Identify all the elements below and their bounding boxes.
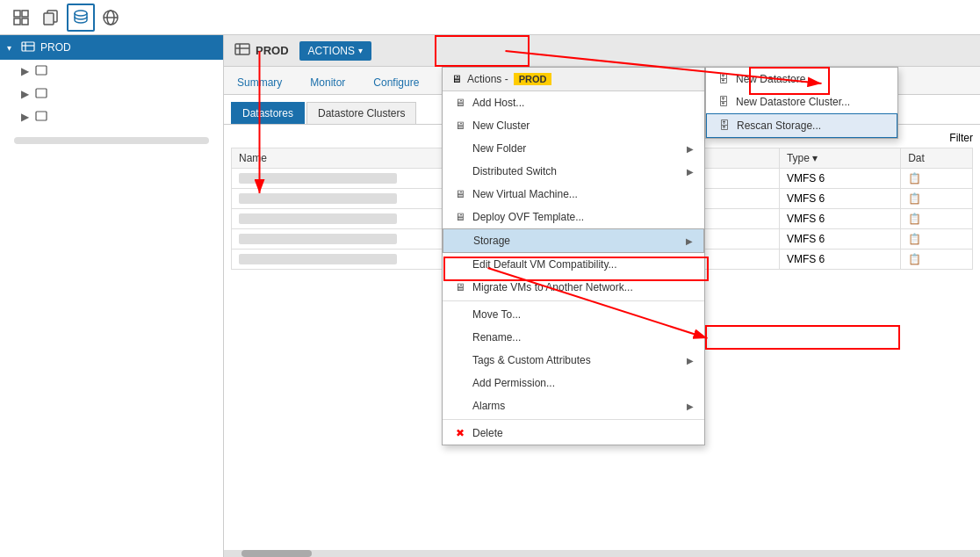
svg-rect-0 [14, 11, 20, 17]
menu-item-dist-switch[interactable]: Distributed Switch ▶ [443, 160, 704, 183]
submenu-item-new-datastore-cluster[interactable]: 🗄 New Datastore Cluster... [706, 90, 897, 113]
svg-rect-15 [36, 112, 47, 120]
subtab-datastore-clusters[interactable]: Datastore Clusters [306, 102, 416, 124]
col-type[interactable]: Type ▾ [779, 148, 900, 169]
tab-configure[interactable]: Configure [360, 70, 432, 94]
submenu-item-new-datastore[interactable]: 🗄 New Datastore... [706, 68, 897, 90]
menu-item-storage[interactable]: Storage ▶ [443, 228, 704, 253]
expand-sub-icon-2: ▶ [21, 88, 35, 100]
actions-button[interactable]: ACTIONS ▾ [299, 41, 371, 61]
menu-header-badge: PROD [514, 73, 552, 85]
sidebar-scrollbar[interactable] [14, 137, 209, 144]
menu-item-tags[interactable]: Tags & Custom Attributes ▶ [443, 349, 704, 372]
menu-item-label-dist-switch: Distributed Switch [472, 165, 557, 177]
cell-type-5: VMFS 6 [779, 250, 900, 270]
sidebar-scroll-area [0, 128, 223, 148]
new-datastore-cluster-icon: 🗄 [717, 96, 731, 108]
copy-icon[interactable] [37, 4, 65, 32]
submenu-arrow-folder: ▶ [687, 144, 694, 154]
obj-datacenter-icon [234, 41, 250, 60]
menu-item-deploy-ovf[interactable]: 🖥 Deploy OVF Template... [443, 206, 704, 228]
menu-item-move-to[interactable]: Move To... [443, 303, 704, 326]
submenu-label-new-datastore: New Datastore... [736, 73, 814, 85]
annotation-box-rescan [705, 325, 900, 350]
menu-item-add-host[interactable]: 🖥 Add Host... [443, 91, 704, 114]
actions-arrow-icon: ▾ [358, 46, 363, 55]
menu-item-new-cluster[interactable]: 🖥 New Cluster [443, 114, 704, 137]
datacenter-icon [21, 40, 37, 56]
menu-item-new-folder[interactable]: New Folder ▶ [443, 137, 704, 160]
submenu-item-rescan-storage[interactable]: 🗄 Rescan Storage... [706, 113, 897, 138]
expand-sub-icon-1: ▶ [21, 65, 35, 77]
object-name: PROD [256, 44, 289, 57]
svg-rect-5 [44, 13, 54, 25]
sub-item-icon-2 [35, 87, 47, 102]
submenu-label-new-datastore-cluster: New Datastore Cluster... [736, 96, 850, 108]
menu-item-alarms[interactable]: Alarms ▶ [443, 394, 704, 417]
sidebar-item-prod[interactable]: ▾ PROD [0, 35, 223, 60]
menu-separator-1 [443, 300, 704, 301]
scrollbar-thumb [241, 550, 312, 557]
menu-item-label-storage: Storage [473, 235, 510, 247]
expand-icon: ▾ [7, 43, 21, 53]
menu-header-icon: 🖥 [451, 73, 462, 85]
menu-item-delete[interactable]: ✖ Delete [443, 422, 704, 445]
cell-dat-1: 📋 [901, 169, 973, 189]
cell-dat-2: 📋 [901, 189, 973, 209]
menu-item-label-add-host: Add Host... [472, 97, 524, 109]
migrate-vms-icon: 🖥 [453, 281, 467, 293]
tab-summary[interactable]: Summary [224, 70, 295, 94]
menu-item-label-edit-compat: Edit Default VM Compatibility... [472, 258, 617, 271]
add-host-icon: 🖥 [453, 97, 467, 109]
menu-item-label-alarms: Alarms [472, 400, 505, 412]
database-icon[interactable] [67, 4, 95, 32]
submenu-arrow-tags: ▶ [687, 356, 694, 365]
menu-item-label-move-to: Move To... [472, 308, 521, 321]
col-dat[interactable]: Dat [901, 148, 973, 169]
sidebar-sub-item-2[interactable]: ▶ [0, 83, 223, 105]
sidebar-sub-item-3[interactable]: ▶ [0, 105, 223, 128]
delete-icon: ✖ [453, 427, 467, 439]
cell-type-2: VMFS 6 [779, 189, 900, 209]
content-area: PROD ACTIONS ▾ Summary Monitor Configure… [224, 35, 980, 557]
svg-rect-3 [22, 18, 28, 25]
tab-monitor[interactable]: Monitor [297, 70, 358, 94]
main-layout: ▾ PROD ▶ ▶ [0, 35, 980, 557]
svg-rect-16 [235, 44, 249, 54]
rescan-storage-icon: 🗄 [717, 119, 731, 132]
subtab-datastores[interactable]: Datastores [231, 102, 305, 124]
cell-dat-3: 📋 [901, 209, 973, 229]
actions-label: ACTIONS [308, 45, 355, 57]
menu-item-rename[interactable]: Rename... [443, 326, 704, 349]
menu-item-label-migrate-vms: Migrate VMs to Another Network... [472, 281, 633, 293]
cell-type-1: VMFS 6 [779, 169, 900, 189]
svg-point-6 [75, 11, 87, 16]
menu-item-add-permission[interactable]: Add Permission... [443, 372, 704, 394]
sidebar-item-label-prod: PROD [40, 41, 71, 54]
menu-item-label-new-vm: New Virtual Machine... [472, 188, 578, 200]
sidebar-sub-item-1[interactable]: ▶ [0, 60, 223, 83]
menu-header-label: Actions - [467, 73, 508, 85]
menu-item-edit-compat[interactable]: Edit Default VM Compatibility... [443, 253, 704, 276]
new-cluster-icon: 🖥 [453, 119, 467, 132]
submenu-arrow-storage: ▶ [686, 236, 693, 246]
svg-rect-1 [22, 11, 28, 17]
menu-item-migrate-vms[interactable]: 🖥 Migrate VMs to Another Network... [443, 276, 704, 299]
menu-item-label-rename: Rename... [472, 331, 521, 344]
svg-rect-2 [14, 18, 20, 25]
cell-type-4: VMFS 6 [779, 229, 900, 250]
context-menu-header: 🖥 Actions - PROD [443, 68, 704, 91]
globe-icon[interactable] [97, 4, 125, 32]
menu-item-new-vm[interactable]: 🖥 New Virtual Machine... [443, 183, 704, 206]
menu-item-label-deploy-ovf: Deploy OVF Template... [472, 211, 584, 223]
filter-label: Filter [949, 132, 973, 144]
sub-item-icon-1 [35, 64, 47, 79]
storage-submenu: 🗄 New Datastore... 🗄 New Datastore Clust… [705, 67, 898, 139]
menu-separator-2 [443, 419, 704, 420]
layout-icon[interactable] [7, 4, 35, 32]
svg-rect-10 [22, 42, 34, 51]
new-datastore-icon: 🗄 [717, 73, 731, 85]
submenu-label-rescan-storage: Rescan Storage... [737, 119, 821, 132]
horizontal-scrollbar[interactable] [224, 550, 980, 557]
cell-dat-5: 📋 [901, 250, 973, 270]
